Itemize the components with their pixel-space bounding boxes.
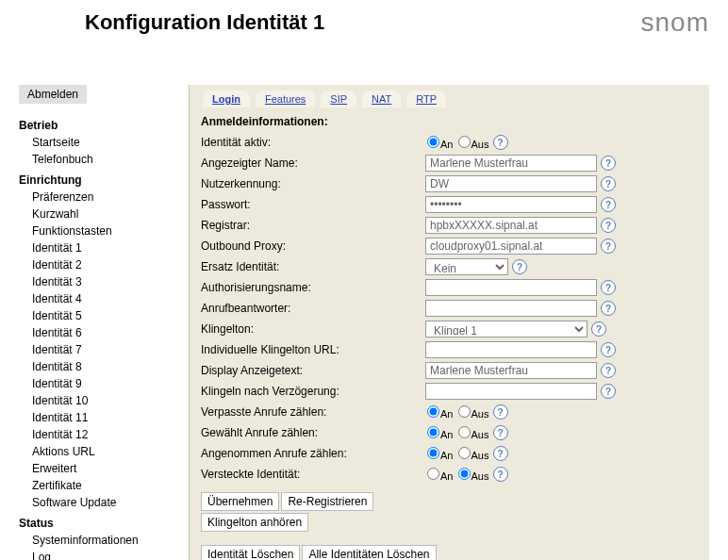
radio-gewaehlt-an[interactable] xyxy=(427,426,439,438)
label-authorisierungsname: Authorisierungsname: xyxy=(201,279,425,296)
sidebar-item[interactable]: Identität 2 xyxy=(19,256,189,273)
sidebar-item[interactable]: Zertifikate xyxy=(19,477,189,494)
sidebar-item[interactable]: Identität 5 xyxy=(19,307,189,324)
tabs: LoginFeaturesSIPNATRTP xyxy=(190,85,709,107)
logout-button[interactable]: Abmelden xyxy=(19,85,87,104)
label-ersatz-identitaet: Ersatz Identität: xyxy=(201,258,425,275)
klingelton-anhoeren-button[interactable]: Klingelton anhören xyxy=(201,513,308,532)
help-icon[interactable]: ? xyxy=(493,467,508,482)
label-versteckte-identitaet: Versteckte Identität: xyxy=(201,466,425,483)
uebernehmen-button[interactable]: Übernehmen xyxy=(201,492,279,511)
help-icon[interactable]: ? xyxy=(601,156,616,171)
help-icon[interactable]: ? xyxy=(601,363,616,378)
tab-features[interactable]: Features xyxy=(256,91,315,107)
tab-login[interactable]: Login xyxy=(203,91,250,107)
radio-label-aus: Aus xyxy=(472,139,489,150)
sidebar-item[interactable]: Systeminformationen xyxy=(19,532,189,549)
sidebar-item[interactable]: Identität 1 xyxy=(19,239,189,256)
input-anrufbeantworter[interactable] xyxy=(425,300,597,317)
radio-versteckte-aus[interactable] xyxy=(458,468,471,480)
select-ersatz-identitaet[interactable]: Kein xyxy=(425,258,508,275)
help-icon[interactable]: ? xyxy=(601,239,616,254)
identitaet-loeschen-button[interactable]: Identität Löschen xyxy=(201,545,300,560)
input-individuelle-klingelton-url[interactable] xyxy=(425,341,597,358)
input-outbound-proxy[interactable] xyxy=(425,238,597,255)
tab-nat[interactable]: NAT xyxy=(362,91,401,107)
sidebar-item[interactable]: Identität 3 xyxy=(19,273,189,290)
label-display-anzeigetext: Display Anzeigetext: xyxy=(201,362,425,379)
label-nutzerkennung: Nutzerkennung: xyxy=(201,175,425,192)
nav-section-title: Einrichtung xyxy=(19,173,189,187)
help-icon[interactable]: ? xyxy=(601,342,616,357)
input-klingeln-nach-verzoegerung[interactable] xyxy=(425,383,597,400)
radio-angenommen-aus[interactable] xyxy=(458,447,471,459)
sidebar-item[interactable]: Telefonbuch xyxy=(19,151,189,168)
brand-logo: snom xyxy=(641,8,709,38)
help-icon[interactable]: ? xyxy=(601,197,616,212)
sidebar-item[interactable]: Startseite xyxy=(19,134,189,151)
label-registrar: Registrar: xyxy=(201,217,425,234)
label-angezeigter-name: Angezeigter Name: xyxy=(201,155,425,172)
help-icon[interactable]: ? xyxy=(601,280,616,295)
help-icon[interactable]: ? xyxy=(512,259,527,274)
sidebar-item[interactable]: Funktionstasten xyxy=(19,222,189,239)
main-panel: LoginFeaturesSIPNATRTP Anmeldeinformatio… xyxy=(189,85,709,560)
sidebar-item[interactable]: Identität 4 xyxy=(19,290,189,307)
radio-identitaet-aktiv-aus[interactable] xyxy=(458,136,471,148)
sidebar-item[interactable]: Identität 6 xyxy=(19,324,189,341)
label-klingeln-nach-verzoegerung: Klingeln nach Verzögerung: xyxy=(201,383,425,400)
help-icon[interactable]: ? xyxy=(493,425,508,440)
sidebar-item[interactable]: Log xyxy=(19,549,189,560)
section-heading: Anmeldeinformationen: xyxy=(201,115,698,128)
label-individuelle-klingelton-url: Individuelle Klingelton URL: xyxy=(201,341,425,358)
help-icon[interactable]: ? xyxy=(493,446,508,461)
sidebar-item[interactable]: Aktions URL xyxy=(19,443,189,460)
label-verpasste-anrufe: Verpasste Anrufe zählen: xyxy=(201,404,425,420)
sidebar-item[interactable]: Identität 9 xyxy=(19,375,189,392)
sidebar-item[interactable]: Identität 11 xyxy=(19,409,189,426)
radio-gewaehlt-aus[interactable] xyxy=(458,426,471,438)
input-registrar[interactable] xyxy=(425,217,597,234)
alle-identitaeten-loeschen-button[interactable]: Alle Identitäten Löschen xyxy=(302,545,436,560)
label-outbound-proxy: Outbound Proxy: xyxy=(201,238,425,255)
radio-verpasste-an[interactable] xyxy=(427,405,439,418)
sidebar-item[interactable]: Identität 12 xyxy=(19,426,189,443)
input-angezeigter-name[interactable] xyxy=(425,155,597,172)
input-authorisierungsname[interactable] xyxy=(425,279,597,296)
help-icon[interactable]: ? xyxy=(601,176,616,191)
sidebar-item[interactable]: Identität 7 xyxy=(19,341,189,358)
help-icon[interactable]: ? xyxy=(601,384,616,399)
label-klingelton: Klingelton: xyxy=(201,321,425,338)
sidebar-item[interactable]: Präferenzen xyxy=(19,189,189,206)
radio-identitaet-aktiv-an[interactable] xyxy=(427,136,439,148)
input-display-anzeigetext[interactable] xyxy=(425,362,597,379)
nav-section-title: Status xyxy=(19,517,189,530)
page-title: Konfiguration Identität 1 xyxy=(19,10,324,35)
label-identitaet-aktiv: Identität aktiv: xyxy=(201,134,425,151)
help-icon[interactable]: ? xyxy=(601,301,616,316)
label-gewaehlt-anrufe: Gewählt Anrufe zählen: xyxy=(201,424,425,441)
input-passwort[interactable] xyxy=(425,196,597,213)
re-registrieren-button[interactable]: Re-Registrieren xyxy=(281,492,373,511)
select-klingelton[interactable]: Klingel 1 xyxy=(425,321,587,338)
radio-versteckte-an[interactable] xyxy=(427,468,439,480)
radio-verpasste-aus[interactable] xyxy=(458,405,471,418)
input-nutzerkennung[interactable] xyxy=(425,175,597,192)
tab-sip[interactable]: SIP xyxy=(321,91,356,107)
sidebar-item[interactable]: Identität 10 xyxy=(19,392,189,409)
help-icon[interactable]: ? xyxy=(493,135,508,150)
label-angenommen-anrufe: Angenommen Anrufe zählen: xyxy=(201,445,425,462)
radio-label-an: An xyxy=(440,139,453,150)
help-icon[interactable]: ? xyxy=(591,321,606,337)
label-anrufbeantworter: Anrufbeantworter: xyxy=(201,300,425,317)
sidebar-item[interactable]: Erweitert xyxy=(19,460,189,477)
help-icon[interactable]: ? xyxy=(601,218,616,233)
tab-rtp[interactable]: RTP xyxy=(406,91,446,107)
sidebar: Abmelden BetriebStartseiteTelefonbuchEin… xyxy=(19,85,189,560)
sidebar-item[interactable]: Software Update xyxy=(19,494,189,511)
nav-section-title: Betrieb xyxy=(19,119,189,132)
help-icon[interactable]: ? xyxy=(493,404,508,420)
radio-angenommen-an[interactable] xyxy=(427,447,439,459)
sidebar-item[interactable]: Kurzwahl xyxy=(19,206,189,222)
sidebar-item[interactable]: Identität 8 xyxy=(19,358,189,375)
